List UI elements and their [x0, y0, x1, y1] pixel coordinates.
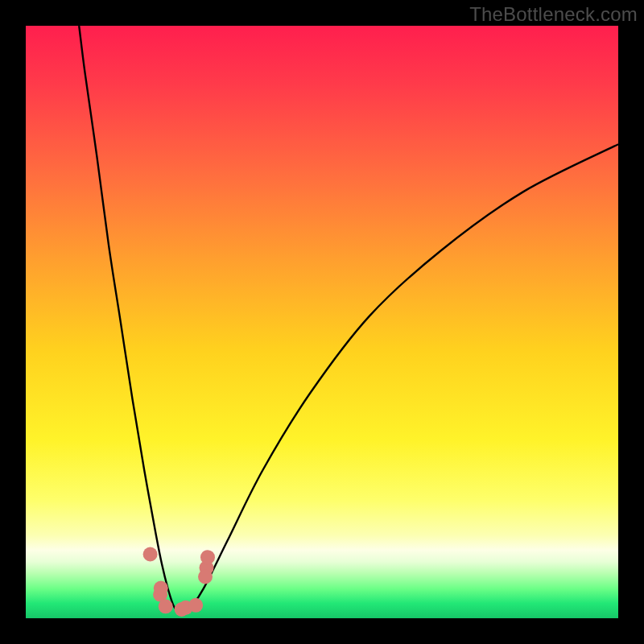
bottleneck-curve [79, 26, 618, 613]
chart-plot-area [26, 26, 618, 618]
curve-marker [159, 599, 173, 613]
curve-marker [200, 550, 215, 564]
chart-frame: TheBottleneck.com [0, 0, 644, 644]
chart-overlay [26, 26, 618, 618]
curve-marker [188, 598, 203, 613]
curve-marker [154, 581, 168, 596]
watermark-text: TheBottleneck.com [469, 3, 638, 26]
curve-marker [198, 570, 213, 584]
curve-markers [143, 547, 215, 617]
curve-marker [143, 547, 158, 562]
